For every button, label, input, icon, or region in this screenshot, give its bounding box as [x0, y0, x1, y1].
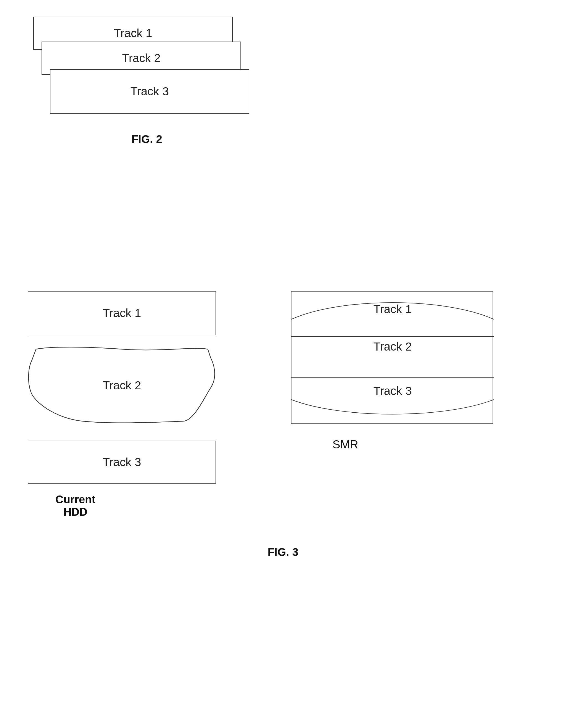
- fig2-track3-box: Track 3: [50, 69, 249, 114]
- hdd-caption: Current HDD: [55, 493, 95, 518]
- smr-track3-label: Track 3: [291, 384, 494, 398]
- smr-track1-label: Track 1: [291, 303, 494, 316]
- fig2-track3-label: Track 3: [130, 85, 169, 98]
- hdd-track2-container: Track 2: [28, 346, 216, 424]
- hdd-track1-label: Track 1: [103, 306, 141, 320]
- hdd-track3-box: Track 3: [28, 441, 216, 484]
- hdd-track1-box: Track 1: [28, 291, 216, 335]
- smr-divider1: [291, 336, 494, 337]
- hdd-track2-svg: Track 2: [28, 346, 216, 424]
- fig2-tracks-diagram: Track 1 Track 2 Track 3: [33, 17, 249, 125]
- hdd-track3-label: Track 3: [103, 456, 141, 469]
- smr-track2-label: Track 2: [291, 340, 494, 353]
- smr-divider2: [291, 377, 494, 378]
- smr-outer-box: Track 1 Track 2 Track 3: [291, 291, 493, 424]
- smr-caption: SMR: [332, 438, 358, 451]
- fig3-caption: FIG. 3: [0, 546, 566, 558]
- fig2-track2-label: Track 2: [122, 52, 160, 65]
- fig2-track1-label: Track 1: [114, 27, 152, 40]
- hdd-track2-label: Track 2: [103, 379, 141, 392]
- fig2-caption: FIG. 2: [33, 133, 260, 145]
- fig2-section: Track 1 Track 2 Track 3 FIG. 2: [33, 17, 260, 145]
